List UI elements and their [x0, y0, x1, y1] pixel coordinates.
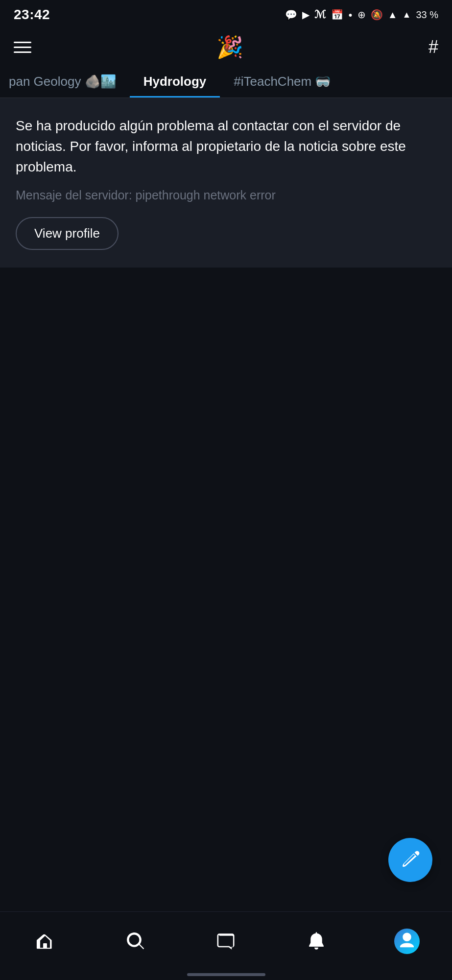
nav-search-button[interactable] — [116, 924, 155, 958]
error-main-text: Se ha producido algún problema al contac… — [16, 116, 436, 177]
status-time: 23:42 — [14, 7, 50, 23]
main-content — [0, 268, 452, 944]
nav-home-button[interactable] — [25, 924, 65, 958]
tab-geology[interactable]: pan Geology 🪨🏙️ — [0, 67, 130, 98]
wifi-status-icon: ▲ — [388, 9, 398, 21]
calendar-status-icon: 📅 — [331, 9, 343, 21]
mute-status-icon: 🔕 — [371, 9, 383, 21]
youtube-status-icon: ▶ — [302, 9, 309, 21]
tab-hydrology[interactable]: Hydrology — [130, 67, 220, 98]
view-profile-button[interactable]: View profile — [16, 217, 119, 250]
tab-iteachchem[interactable]: #iTeachChem 🥽 — [220, 67, 344, 98]
app-bar: 🎉 # — [0, 27, 452, 67]
chat-status-icon: 💬 — [285, 9, 297, 21]
signal-status-icon: ▲ — [403, 10, 411, 20]
search-icon — [125, 931, 146, 952]
battery-indicator: 33 % — [416, 9, 438, 21]
compose-icon — [400, 850, 421, 870]
m-status-icon: ℳ — [314, 8, 326, 21]
profile-avatar — [394, 929, 420, 954]
alarm-status-icon: ⊕ — [357, 9, 366, 21]
compose-fab-button[interactable] — [388, 838, 432, 882]
hashtag-button[interactable]: # — [428, 37, 438, 57]
dot-status-icon: ● — [348, 11, 352, 19]
status-icons: 💬 ▶ ℳ 📅 ● ⊕ 🔕 ▲ ▲ 33 % — [285, 8, 438, 21]
nav-profile-button[interactable] — [387, 924, 427, 958]
hamburger-menu-button[interactable] — [14, 42, 31, 53]
home-indicator — [187, 973, 265, 976]
error-server-message: Mensaje del servidor: pipethrough networ… — [16, 188, 436, 202]
nav-messages-button[interactable] — [206, 924, 245, 958]
status-bar: 23:42 💬 ▶ ℳ 📅 ● ⊕ 🔕 ▲ ▲ 33 % — [0, 0, 452, 27]
tabs-container: pan Geology 🪨🏙️ Hydrology #iTeachChem 🥽 — [0, 67, 452, 98]
error-card: Se ha producido algún problema al contac… — [0, 98, 452, 268]
messages-icon — [215, 931, 236, 952]
nav-notifications-button[interactable] — [297, 924, 336, 958]
home-icon — [35, 931, 55, 952]
notifications-icon — [306, 931, 327, 952]
avatar-icon — [397, 931, 417, 952]
bottom-nav — [0, 911, 452, 980]
app-logo: 🎉 — [216, 36, 243, 58]
